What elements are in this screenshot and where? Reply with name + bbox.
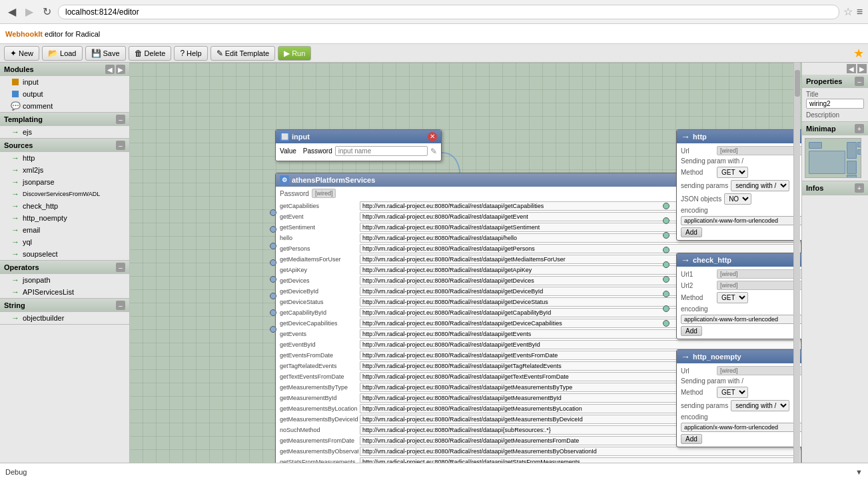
- string-header[interactable]: String –: [0, 299, 129, 312]
- input-edit-icon[interactable]: ✎: [430, 147, 437, 156]
- athens-method-url[interactable]: [360, 447, 798, 456]
- check-add-button[interactable]: Add: [681, 326, 702, 336]
- sidebar-item-jsonparse[interactable]: → jsonparse: [0, 176, 129, 188]
- sidebar-item-output[interactable]: output: [0, 88, 129, 100]
- forward-button[interactable]: ▶: [23, 4, 36, 19]
- sidebar-item-jsonpath[interactable]: → jsonpath: [0, 274, 129, 286]
- minimap-area[interactable]: [802, 135, 868, 181]
- check-encoding-select[interactable]: application/x-www-form-urlencoded: [681, 315, 801, 324]
- back-button[interactable]: ◀: [5, 4, 19, 19]
- sidebar-item-xml2js[interactable]: → xml2js: [0, 164, 129, 176]
- modules-collapse-right[interactable]: ▶: [116, 65, 125, 74]
- operators-collapse[interactable]: –: [116, 263, 125, 272]
- http-method-select[interactable]: GET: [717, 167, 748, 178]
- address-bar[interactable]: [58, 5, 839, 19]
- connector-out-6[interactable]: [663, 276, 669, 283]
- jsonpath-icon: →: [11, 275, 20, 285]
- connector-out-5[interactable]: [663, 261, 669, 268]
- sidebar-item-input[interactable]: input: [0, 76, 129, 88]
- right-sidebar-scroll-right[interactable]: ▶: [857, 64, 867, 73]
- connector-dot-4[interactable]: [270, 259, 276, 266]
- input-name-field[interactable]: [335, 146, 428, 156]
- minimap-check: [847, 161, 857, 174]
- menu-icon[interactable]: ≡: [857, 6, 863, 18]
- sidebar-item-ejs[interactable]: → ejs: [0, 126, 129, 138]
- connector-dot-2[interactable]: [270, 226, 276, 233]
- templating-collapse[interactable]: –: [116, 115, 125, 124]
- sidebar-item-yql[interactable]: → yql: [0, 236, 129, 248]
- connector-out-3[interactable]: [663, 232, 669, 239]
- sources-header[interactable]: Sources –: [0, 139, 129, 152]
- debug-expand-icon[interactable]: ▼: [855, 468, 863, 476]
- sidebar-item-apiserviceslist[interactable]: → APIServicesList: [0, 286, 129, 298]
- noempty-sendingparams-select[interactable]: sending with /: [731, 400, 789, 411]
- minimap-canvas: [805, 138, 861, 178]
- soupselect-icon: →: [11, 249, 20, 259]
- sources-collapse[interactable]: –: [116, 141, 125, 150]
- sidebar-item-check-http[interactable]: → check_http: [0, 200, 129, 212]
- connector-out-9[interactable]: [663, 320, 669, 327]
- sidebar-item-http-noempty[interactable]: → http_noempty: [0, 212, 129, 224]
- operators-header[interactable]: Operators –: [0, 261, 129, 274]
- run-button[interactable]: ▶ Run: [278, 46, 311, 61]
- input-node-header[interactable]: ⬜ input ✕: [276, 130, 441, 143]
- properties-collapse[interactable]: –: [855, 77, 864, 86]
- connector-dot-7[interactable]: [270, 309, 276, 316]
- help-button[interactable]: ? Help: [174, 46, 207, 61]
- sidebar-item-discover[interactable]: → DiscoverServicesFromWADL: [0, 188, 129, 200]
- input-node-close[interactable]: ✕: [428, 132, 437, 141]
- favorite-star[interactable]: ★: [853, 46, 864, 61]
- connector-dot-8[interactable]: [270, 326, 276, 333]
- sidebar-item-email[interactable]: → email: [0, 224, 129, 236]
- connector-out-7[interactable]: [663, 291, 669, 297]
- modules-collapse-left[interactable]: ◀: [105, 65, 115, 74]
- canvas-area[interactable]: ⬜ input ✕ Value Password ✎ ⚙ athensPlatf…: [130, 63, 801, 463]
- http-jsonobjects-select[interactable]: NO: [724, 193, 751, 205]
- canvas-vscrollbar[interactable]: [793, 63, 800, 463]
- http-noempty-header[interactable]: → http_noempty ✕: [677, 350, 801, 363]
- connector-dot-6[interactable]: [270, 293, 276, 299]
- connector-out-1[interactable]: [663, 203, 669, 209]
- sidebar-item-objectbuilder[interactable]: → objectbuilder: [0, 312, 129, 324]
- check-http-header[interactable]: → check_http ✕: [677, 253, 801, 267]
- minimap-out1: [857, 142, 861, 147]
- sidebar-item-comment[interactable]: 💬 comment: [0, 100, 129, 112]
- athens-method-url[interactable]: [360, 457, 798, 463]
- infos-expand[interactable]: +: [855, 183, 864, 193]
- connector-out-8[interactable]: [663, 305, 669, 312]
- bookmark-icon[interactable]: ☆: [843, 5, 853, 18]
- modules-header[interactable]: Modules ◀ ▶: [0, 63, 129, 76]
- check-http-icon: →: [681, 255, 690, 265]
- sidebar-item-soupselect[interactable]: → soupselect: [0, 248, 129, 260]
- check-method-select[interactable]: GET: [717, 292, 748, 303]
- connector-out-2[interactable]: [663, 217, 669, 224]
- templating-header[interactable]: Templating –: [0, 113, 129, 126]
- connector-dot-1[interactable]: [270, 209, 276, 216]
- http-node-header[interactable]: → http ✕: [677, 130, 801, 143]
- save-button[interactable]: 💾 Save: [85, 46, 126, 61]
- minimap-expand[interactable]: +: [855, 124, 864, 133]
- string-collapse[interactable]: –: [116, 301, 125, 310]
- connector-out-4[interactable]: [663, 247, 669, 253]
- http-sendingparams-select[interactable]: sending with /: [731, 180, 789, 191]
- right-sidebar-scroll-left[interactable]: ◀: [847, 64, 856, 73]
- edit-template-button[interactable]: ✎ Edit Template: [211, 46, 275, 61]
- properties-title-input[interactable]: [806, 99, 864, 109]
- new-button[interactable]: ✦ New: [4, 46, 39, 61]
- connector-dot-3[interactable]: [270, 243, 276, 249]
- athens-method-url[interactable]: [360, 340, 798, 349]
- noempty-method-select[interactable]: GET: [717, 387, 748, 398]
- noempty-add-button[interactable]: Add: [681, 434, 702, 444]
- sidebar-item-http[interactable]: → http: [0, 152, 129, 164]
- athens-node-icon: ⚙: [280, 175, 289, 185]
- right-sidebar-top: ◀ ▶: [802, 63, 868, 75]
- athens-method-url[interactable]: [360, 244, 798, 253]
- connector-dot-5[interactable]: [270, 276, 276, 283]
- delete-button[interactable]: 🗑 Delete: [129, 46, 172, 61]
- http-encoding-select[interactable]: application/x-www-form-urlencoded: [681, 216, 801, 225]
- load-button[interactable]: 📂 Load: [42, 46, 82, 61]
- http-add-button[interactable]: Add: [681, 227, 702, 237]
- noempty-encoding-select[interactable]: application/x-www-form-urlencoded: [681, 423, 801, 432]
- email-icon: →: [11, 225, 20, 235]
- refresh-button[interactable]: ↻: [40, 4, 54, 19]
